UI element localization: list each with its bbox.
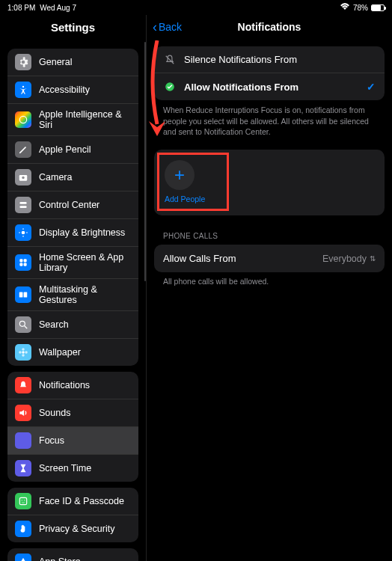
sidebar-item-label: Wallpaper <box>39 347 81 358</box>
svg-rect-4 <box>19 202 26 204</box>
add-people-card: + Add People <box>154 150 385 215</box>
sidebar-item-label: Privacy & Security <box>39 524 114 534</box>
phone-calls-header: PHONE CALLS <box>154 221 385 245</box>
sidebar-item-screen-time[interactable]: Screen Time <box>7 455 138 482</box>
svg-line-18 <box>25 326 28 329</box>
add-people-label: Add People <box>165 194 374 203</box>
sun-icon <box>15 224 31 241</box>
sidebar-item-app-store[interactable]: App Store <box>7 548 138 561</box>
grid-icon <box>15 254 31 271</box>
siri-icon <box>15 111 31 128</box>
sidebar-item-search[interactable]: Search <box>7 311 138 339</box>
settings-sidebar[interactable]: Settings GeneralAccessibilityApple Intel… <box>0 15 147 561</box>
sidebar-item-label: Face ID & Passcode <box>39 496 124 506</box>
switches-icon <box>15 197 31 213</box>
svg-point-6 <box>22 231 25 235</box>
appstore-icon <box>15 554 31 561</box>
plus-icon: + <box>174 165 185 186</box>
checkmark-icon: ✓ <box>367 81 376 93</box>
sidebar-item-notifications[interactable]: Notifications <box>7 372 138 399</box>
pencil-icon <box>15 141 31 158</box>
main-panel: ‹ Back Notifications Silence Notificatio… <box>147 15 392 561</box>
svg-rect-16 <box>24 292 28 298</box>
svg-rect-14 <box>24 263 27 266</box>
sidebar-item-label: Control Center <box>39 200 99 210</box>
accessibility-icon <box>15 82 31 98</box>
speaker-icon <box>15 405 31 421</box>
svg-point-0 <box>22 86 24 88</box>
sidebar-item-label: Search <box>39 319 69 330</box>
sidebar-item-home-screen-app-library[interactable]: Home Screen & App Library <box>7 247 138 279</box>
sidebar-item-label: Display & Brightness <box>39 227 125 238</box>
camera-icon <box>15 169 31 186</box>
sidebar-item-label: Apple Pencil <box>39 144 91 155</box>
allow-calls-from-row[interactable]: Allow Calls From Everybody ⇅ <box>154 245 385 272</box>
chevron-left-icon: ‹ <box>153 19 157 35</box>
svg-point-21 <box>22 354 25 357</box>
svg-point-1 <box>19 116 26 123</box>
page-title: Notifications <box>238 21 301 33</box>
status-bar: 1:08 PM Wed Aug 7 78% <box>0 0 392 15</box>
status-time: 1:08 PM <box>7 4 35 12</box>
hourglass-icon <box>15 460 31 476</box>
bell-check-icon <box>163 82 177 92</box>
sidebar-item-face-id-passcode[interactable]: Face ID & Passcode <box>7 488 138 515</box>
help-text: When Reduce Interruptions Focus is on, n… <box>154 100 385 144</box>
add-people-button[interactable]: + <box>165 160 195 190</box>
sidebar-item-general[interactable]: General <box>7 49 138 76</box>
sidebar-item-label: Camera <box>39 172 72 183</box>
sidebar-item-accessibility[interactable]: Accessibility <box>7 76 138 104</box>
bell-slash-icon <box>163 55 177 65</box>
sidebar-item-wallpaper[interactable]: Wallpaper <box>7 339 138 366</box>
gear-icon <box>15 54 31 70</box>
svg-rect-13 <box>19 263 22 266</box>
svg-point-17 <box>19 321 25 326</box>
sidebar-item-label: General <box>39 57 72 67</box>
battery-icon <box>371 4 385 11</box>
silence-notifications-option[interactable]: Silence Notifications From <box>154 46 385 73</box>
sidebar-item-label: App Store <box>39 557 81 561</box>
sidebar-item-privacy-security[interactable]: Privacy & Security <box>7 515 138 542</box>
status-date: Wed Aug 7 <box>40 4 76 12</box>
sidebar-item-label: Accessibility <box>39 85 90 95</box>
back-button[interactable]: ‹ Back <box>153 19 182 35</box>
sidebar-item-label: Home Screen & App Library <box>39 252 131 273</box>
sidebar-item-apple-pencil[interactable]: Apple Pencil <box>7 136 138 164</box>
calls-row-label: Allow Calls From <box>163 253 236 264</box>
sidebar-title: Settings <box>0 15 146 43</box>
sidebar-item-apple-intelligence-siri[interactable]: Apple Intelligence & Siri <box>7 104 138 136</box>
svg-rect-12 <box>24 259 27 262</box>
moon-icon <box>15 432 31 449</box>
wifi-icon <box>340 3 350 12</box>
sidebar-item-label: Apple Intelligence & Siri <box>39 109 131 130</box>
svg-rect-5 <box>19 206 26 208</box>
svg-point-3 <box>22 177 25 180</box>
sidebar-item-display-brightness[interactable]: Display & Brightness <box>7 219 138 247</box>
svg-point-25 <box>22 500 22 500</box>
sidebar-item-focus[interactable]: Focus <box>7 427 138 455</box>
back-label: Back <box>159 21 182 33</box>
sidebar-item-control-center[interactable]: Control Center <box>7 191 138 219</box>
sidebar-item-label: Multitasking & Gestures <box>39 284 131 305</box>
option-label: Allow Notifications From <box>184 82 367 93</box>
main-header: ‹ Back Notifications <box>147 15 392 40</box>
calls-row-value: Everybody ⇅ <box>322 254 376 264</box>
bell-icon <box>15 377 31 393</box>
svg-point-20 <box>22 348 25 351</box>
svg-rect-15 <box>19 292 23 298</box>
svg-rect-11 <box>19 259 22 262</box>
sidebar-scrollbar[interactable] <box>144 42 146 281</box>
sidebar-item-multitasking-gestures[interactable]: Multitasking & Gestures <box>7 279 138 311</box>
svg-point-23 <box>25 351 28 354</box>
battery-percent: 78% <box>353 4 368 12</box>
sidebar-item-label: Screen Time <box>39 463 91 473</box>
allow-notifications-option[interactable]: Allow Notifications From ✓ <box>154 73 385 100</box>
faceid-icon <box>15 493 31 509</box>
sidebar-item-label: Notifications <box>39 380 90 390</box>
sidebar-item-camera[interactable]: Camera <box>7 164 138 191</box>
svg-point-22 <box>19 351 22 354</box>
rectangles-icon <box>15 286 31 303</box>
sidebar-item-sounds[interactable]: Sounds <box>7 399 138 427</box>
flower-icon <box>15 344 31 361</box>
svg-rect-24 <box>19 497 26 504</box>
